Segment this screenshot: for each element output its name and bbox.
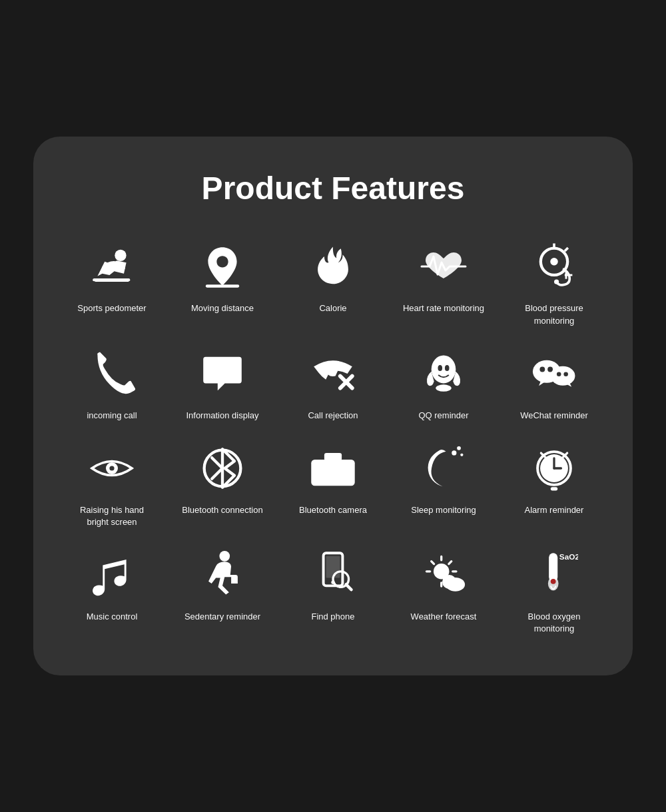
feature-item-wechat-reminder: WeChat reminder <box>502 347 606 422</box>
callreject-icon <box>306 347 360 400</box>
feature-item-info-display: Information display <box>170 347 274 422</box>
svg-line-6 <box>565 248 568 251</box>
feature-label-heart-rate: Heart rate monitoring <box>403 302 484 314</box>
eye-icon <box>85 442 139 495</box>
feature-item-bluetooth-conn: Bluetooth connection <box>170 442 274 528</box>
svg-rect-32 <box>324 453 342 461</box>
location-icon <box>196 240 249 293</box>
svg-point-63 <box>551 579 556 584</box>
alarm-icon <box>527 442 581 495</box>
feature-label-moving-distance: Moving distance <box>191 302 254 314</box>
svg-point-15 <box>438 365 442 371</box>
svg-point-33 <box>345 463 350 468</box>
flame-icon <box>306 240 360 293</box>
features-grid: Sports pedometerMoving distanceCalorieHe… <box>60 240 606 635</box>
feature-item-qq-reminder: QQ reminder <box>392 347 496 422</box>
feature-item-sleep-monitor: Sleep monitoring <box>392 442 496 528</box>
feature-item-bluetooth-cam: Bluetooth camera <box>281 442 385 528</box>
feature-item-bright-screen: Raising his hand bright screen <box>60 442 164 528</box>
feature-label-wechat-reminder: WeChat reminder <box>520 410 588 422</box>
svg-rect-1 <box>93 278 130 281</box>
feature-item-weather: Weather forecast <box>392 548 496 635</box>
feature-item-call-rejection: Call rejection <box>281 347 385 422</box>
feature-label-incoming-call: incoming call <box>87 410 137 422</box>
feature-label-calorie: Calorie <box>319 302 346 314</box>
feature-label-bluetooth-cam: Bluetooth camera <box>299 504 367 516</box>
svg-rect-46 <box>326 556 340 578</box>
svg-line-27 <box>212 468 222 479</box>
pedometer-icon <box>85 240 139 293</box>
heartrate-icon <box>417 240 470 293</box>
feature-label-bright-screen: Raising his hand bright screen <box>69 504 155 528</box>
sleep-icon <box>417 442 470 495</box>
feature-label-info-display: Information display <box>186 410 258 422</box>
feature-item-find-phone: Find phone <box>281 548 385 635</box>
svg-rect-2 <box>206 285 239 288</box>
product-features-card: Product Features Sports pedometerMoving … <box>33 137 633 675</box>
feature-item-moving-distance: Moving distance <box>170 240 274 326</box>
feature-item-blood-pressure: Blood pressure monitoring <box>502 240 606 326</box>
feature-label-sedentary: Sedentary reminder <box>184 611 260 623</box>
findphone-icon <box>306 548 360 602</box>
svg-line-26 <box>212 458 222 468</box>
feature-label-blood-pressure: Blood pressure monitoring <box>511 302 597 326</box>
weather-icon <box>417 548 470 602</box>
svg-point-44 <box>219 551 230 562</box>
svg-point-4 <box>550 258 558 266</box>
feature-label-bluetooth-conn: Bluetooth connection <box>182 504 262 516</box>
svg-point-25 <box>109 466 114 470</box>
svg-point-22 <box>557 372 561 376</box>
qq-icon <box>417 347 470 400</box>
feature-item-alarm: Alarm reminder <box>502 442 606 528</box>
feature-item-music: Music control <box>60 548 164 635</box>
feature-item-sports-pedometer: Sports pedometer <box>60 240 164 326</box>
feature-item-heart-rate: Heart rate monitoring <box>392 240 496 326</box>
svg-line-55 <box>432 562 434 564</box>
svg-point-21 <box>551 366 575 386</box>
feature-label-blood-oxygen: Blood oxygen monitoring <box>511 611 597 635</box>
feature-label-call-rejection: Call rejection <box>308 410 358 422</box>
svg-text:SaO2: SaO2 <box>559 552 578 561</box>
camera-icon <box>306 442 360 495</box>
feature-label-alarm: Alarm reminder <box>525 504 584 516</box>
feature-item-sedentary: Sedentary reminder <box>170 548 274 635</box>
bloodoxygen-icon: SaO2 <box>527 548 581 602</box>
sedentary-icon <box>196 548 249 602</box>
feature-label-qq-reminder: QQ reminder <box>418 410 468 422</box>
music-icon <box>85 548 139 602</box>
svg-point-36 <box>460 454 463 456</box>
svg-point-20 <box>547 366 553 372</box>
feature-label-weather: Weather forecast <box>411 611 477 623</box>
feature-item-blood-oxygen: SaO2Blood oxygen monitoring <box>502 548 606 635</box>
svg-point-34 <box>452 450 456 455</box>
chat-icon <box>196 347 249 400</box>
svg-point-23 <box>563 372 568 376</box>
svg-point-59 <box>442 575 456 589</box>
svg-point-14 <box>432 355 456 383</box>
svg-rect-43 <box>551 487 557 490</box>
feature-label-music: Music control <box>87 611 138 623</box>
feature-label-find-phone: Find phone <box>311 611 354 623</box>
svg-line-49 <box>346 585 352 590</box>
feature-label-sleep-monitor: Sleep monitoring <box>411 504 476 516</box>
feature-label-sports-pedometer: Sports pedometer <box>77 302 146 314</box>
svg-rect-10 <box>210 365 234 368</box>
page-title: Product Features <box>60 170 606 206</box>
svg-point-35 <box>457 446 461 450</box>
feature-item-calorie: Calorie <box>281 240 385 326</box>
svg-point-19 <box>539 366 545 372</box>
svg-rect-11 <box>210 372 227 375</box>
svg-point-16 <box>445 365 450 371</box>
bluetooth-icon <box>196 442 249 495</box>
svg-point-7 <box>554 280 559 284</box>
bloodpressure-icon <box>527 240 581 293</box>
wechat-icon <box>527 347 581 400</box>
phone-icon <box>85 347 139 400</box>
svg-line-57 <box>449 562 452 564</box>
svg-point-0 <box>115 250 126 261</box>
svg-point-17 <box>436 384 452 391</box>
svg-point-31 <box>328 468 337 477</box>
feature-item-incoming-call: incoming call <box>60 347 164 422</box>
